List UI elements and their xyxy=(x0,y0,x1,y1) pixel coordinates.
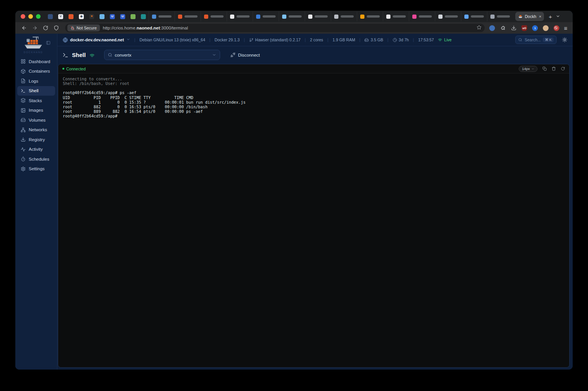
adguard-icon[interactable]: ⃠ xyxy=(554,25,559,31)
browser-tab[interactable] xyxy=(175,11,201,21)
terminal-line: Shell: /bin/bash, User: root xyxy=(63,81,565,86)
browser-tab[interactable] xyxy=(253,11,279,21)
active-tab[interactable]: Dockh × xyxy=(515,12,544,21)
browser-tab[interactable] xyxy=(331,11,357,21)
separator: | xyxy=(387,38,389,42)
tab-title-blurred xyxy=(211,15,224,18)
puzzle-icon[interactable] xyxy=(500,25,506,31)
tab-list-chevron-icon[interactable] xyxy=(556,13,560,20)
tab-title-blurred xyxy=(419,15,432,18)
pinned-tab[interactable] xyxy=(97,11,107,21)
sidebar-item-label: Stacks xyxy=(29,98,42,103)
container-search-input[interactable] xyxy=(115,53,209,57)
sidebar-item-shell[interactable]: Shell xyxy=(17,86,55,96)
chevron-down-icon[interactable] xyxy=(212,53,216,57)
pinned-tab[interactable] xyxy=(66,11,76,21)
browser-tab[interactable] xyxy=(305,11,331,21)
browser-menu-icon[interactable]: ≡ xyxy=(564,25,567,31)
disconnect-button[interactable]: Disconnect xyxy=(230,52,260,57)
tab-title-blurred xyxy=(497,15,510,18)
browser-tab[interactable] xyxy=(201,11,227,21)
terminal-icon xyxy=(62,52,69,58)
browser-tab[interactable] xyxy=(149,11,175,21)
sidebar-item-networks[interactable]: Networks xyxy=(17,125,55,135)
separator: | xyxy=(413,38,414,42)
minimize-window-button[interactable] xyxy=(28,14,33,19)
globe-ext-icon[interactable] xyxy=(489,25,495,31)
clock-icon xyxy=(393,38,397,42)
terminal-output[interactable]: Connecting to convertx...Shell: /bin/bas… xyxy=(58,73,569,367)
sidebar-item-logs[interactable]: Logs xyxy=(17,76,55,86)
close-window-button[interactable] xyxy=(21,14,25,19)
pinned-tab[interactable]: V xyxy=(56,11,66,21)
theme-toggle-icon[interactable] xyxy=(562,37,567,42)
forward-icon[interactable] xyxy=(30,23,40,33)
pinned-tab[interactable]: ◆ xyxy=(76,11,87,21)
sidebar-item-images[interactable]: Images xyxy=(17,106,55,116)
tab-title-blurred xyxy=(237,15,250,18)
not-secure-badge[interactable]: Not Secure xyxy=(67,24,100,31)
browser-tab[interactable] xyxy=(279,11,305,21)
bookmark-star-icon[interactable] xyxy=(477,24,482,31)
pinned-tab[interactable] xyxy=(138,11,149,21)
clear-terminal-icon[interactable] xyxy=(552,67,556,71)
sidebar-item-label: Settings xyxy=(29,166,45,171)
container-search[interactable] xyxy=(104,50,220,60)
pinned-tab[interactable]: U xyxy=(118,11,128,21)
copy-icon[interactable] xyxy=(542,67,547,71)
live-status: Live xyxy=(438,37,451,42)
pinned-tab[interactable]: U xyxy=(107,11,118,21)
sidebar-item-schedules[interactable]: Schedules xyxy=(17,154,55,164)
browser-tab[interactable] xyxy=(357,11,383,21)
reload-icon[interactable] xyxy=(41,23,51,33)
new-tab-button[interactable]: + xyxy=(549,13,552,20)
browser-tab[interactable] xyxy=(409,11,435,21)
dockhand-logo: DOCKHAND xyxy=(22,36,44,54)
download-icon[interactable] xyxy=(511,25,516,31)
browser-tab[interactable] xyxy=(461,11,487,21)
global-search-button[interactable]: Search... ⌘ K xyxy=(515,36,557,44)
layers-icon xyxy=(21,98,26,103)
shield-icon[interactable] xyxy=(51,23,61,33)
browser-tab[interactable] xyxy=(487,11,513,21)
sidebar-item-label: Registry xyxy=(29,137,45,142)
sidebar-item-volumes[interactable]: Volumes xyxy=(17,115,55,125)
environment-selector[interactable]: docker-dev.dev.naoned.net xyxy=(63,37,130,42)
close-tab-icon[interactable]: × xyxy=(539,14,541,19)
tab-favicon xyxy=(490,15,495,19)
collapse-sidebar-icon[interactable] xyxy=(46,40,51,47)
ublock-icon[interactable]: uO xyxy=(521,25,527,31)
avatar-ext-icon[interactable] xyxy=(543,25,549,31)
main-area: docker-dev.dev.naoned.net |Debian GNU/Li… xyxy=(57,34,573,370)
separator: | xyxy=(244,38,245,42)
pinned-tab[interactable] xyxy=(45,11,56,21)
sidebar-item-activity[interactable]: Activity xyxy=(17,145,55,155)
pinned-tab[interactable] xyxy=(128,11,138,21)
env-info-label: Docker 29.1.3 xyxy=(215,37,240,42)
sidebar-item-label: Networks xyxy=(29,127,47,132)
onepassword-icon[interactable]: 1 xyxy=(532,25,538,31)
sidebar-item-label: Logs xyxy=(29,79,38,83)
zoom-window-button[interactable] xyxy=(36,14,41,19)
browser-tab[interactable] xyxy=(227,11,253,21)
reconnect-icon[interactable] xyxy=(561,67,565,71)
sidebar-item-settings[interactable]: Settings xyxy=(17,164,55,174)
sidebar-item-containers[interactable]: Containers xyxy=(17,67,55,77)
env-info-label: 1.9 GB RAM xyxy=(333,37,355,42)
address-bar[interactable]: Not Secure http://crios.home.naoned.net:… xyxy=(65,24,485,32)
network-icon xyxy=(21,127,26,132)
font-size-select[interactable]: 14px xyxy=(519,66,537,72)
back-icon[interactable] xyxy=(19,23,29,33)
tab-title-blurred xyxy=(341,15,354,18)
url-text[interactable]: http://crios.home.naoned.net:3000/termin… xyxy=(103,26,474,30)
sidebar-item-dashboard[interactable]: Dashboard xyxy=(17,57,55,67)
sidebar-item-stacks[interactable]: Stacks xyxy=(17,96,55,106)
tab-favicon: U xyxy=(120,14,125,19)
browser-tab[interactable] xyxy=(383,11,409,21)
browser-tab[interactable] xyxy=(435,11,461,21)
box-icon xyxy=(21,69,26,74)
sidebar-item-registry[interactable]: Registry xyxy=(17,135,55,145)
sidebar-item-label: Shell xyxy=(29,88,39,93)
env-info-item: 1.9 GB RAM xyxy=(333,37,355,42)
pinned-tab[interactable]: ✕ xyxy=(87,11,97,21)
